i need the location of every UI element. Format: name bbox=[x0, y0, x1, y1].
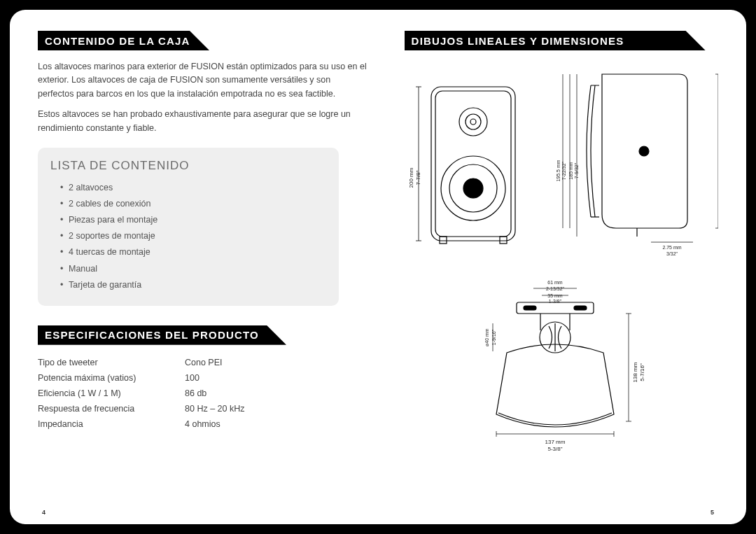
specs-section: ESPECIFICACIONES DEL PRODUCTO Tipo de tw… bbox=[38, 325, 385, 432]
heading-drawings: DIBUJOS LINEALES Y DIMENSIONES bbox=[405, 31, 718, 50]
table-row: Impedancia4 ohmios bbox=[38, 416, 244, 432]
dim-top-d-in: 5-7/16" bbox=[639, 363, 645, 381]
svg-rect-1 bbox=[435, 91, 511, 237]
list-item: 4 tuercas de montaje bbox=[60, 244, 326, 260]
contents-list-title: LISTA DE CONTENIDO bbox=[50, 159, 326, 173]
svg-point-4 bbox=[470, 119, 476, 125]
spec-val: 100 bbox=[185, 370, 244, 386]
table-row: Eficiencia (1 W / 1 M)86 db bbox=[38, 386, 244, 401]
intro-paragraph-1: Los altavoces marinos para exterior de F… bbox=[38, 60, 367, 101]
dim-side-h-in: 7-22/32" bbox=[561, 161, 566, 180]
svg-point-15 bbox=[639, 146, 649, 156]
contents-list: 2 altavoces 2 cables de conexión Piezas … bbox=[50, 180, 326, 293]
drawing-top-view: 61 mm 2-13/32" 35 mm 1-3/8" ⌀40 mm 1-9/1… bbox=[456, 274, 666, 456]
dim-side-h-mm: 195.5 mm bbox=[556, 160, 561, 181]
svg-point-7 bbox=[463, 178, 483, 198]
list-item: Tarjeta de garantía bbox=[60, 277, 326, 293]
svg-point-2 bbox=[459, 108, 487, 136]
dim-top-d-mm: 138 mm bbox=[632, 362, 638, 382]
list-item: Manual bbox=[60, 261, 326, 277]
heading-specs: ESPECIFICACIONES DEL PRODUCTO bbox=[38, 325, 385, 345]
drawings-row-top: 61 mm 2-13/32" 35 mm 1-3/8" ⌀40 mm 1-9/1… bbox=[405, 274, 718, 456]
drawings-row-front-side: 200 mm 7-7/8" bbox=[405, 66, 718, 262]
svg-rect-25 bbox=[524, 306, 536, 310]
dim-front-height-mm: 200 mm bbox=[408, 167, 414, 188]
dim-top-slot-in: 2-13/32" bbox=[546, 286, 565, 291]
list-item: Piezas para el montaje bbox=[60, 212, 326, 228]
heading-box-contents: CONTENIDO DE LA CAJA bbox=[38, 31, 385, 50]
heading-drawings-label: DIBUJOS LINEALES Y DIMENSIONES bbox=[405, 35, 624, 47]
drawing-front-view: 200 mm 7-7/8" bbox=[405, 80, 525, 262]
svg-rect-8 bbox=[440, 237, 447, 244]
table-row: Respuesta de frecuencia80 Hz – 20 kHz bbox=[38, 401, 244, 416]
intro-paragraph-2: Estos altavoces se han probado exhaustiv… bbox=[38, 108, 367, 135]
svg-rect-0 bbox=[431, 87, 515, 241]
right-column: DIBUJOS LINEALES Y DIMENSIONES bbox=[405, 31, 718, 507]
dim-top-w-mm: 137 mm bbox=[545, 439, 565, 445]
dim-knob-dia-in: 1-9/16" bbox=[491, 329, 496, 345]
page-number-right: 5 bbox=[710, 509, 714, 516]
dim-top-slot2-mm: 35 mm bbox=[547, 293, 563, 298]
heading-specs-label: ESPECIFICACIONES DEL PRODUCTO bbox=[38, 329, 259, 341]
dim-knob-dia-mm: ⌀40 mm bbox=[484, 328, 489, 346]
dim-top-slot2-in: 1-3/8" bbox=[549, 299, 562, 304]
table-row: Tipo de tweeterCono PEI bbox=[38, 355, 244, 370]
dim-side-depth-mm: 185 mm bbox=[568, 162, 573, 179]
list-item: 2 altavoces bbox=[60, 180, 326, 196]
spec-val: 80 Hz – 20 kHz bbox=[185, 401, 244, 416]
spec-key: Respuesta de frecuencia bbox=[38, 401, 185, 416]
spec-val: Cono PEI bbox=[185, 355, 244, 370]
spec-key: Eficiencia (1 W / 1 M) bbox=[38, 386, 185, 401]
spec-key: Impedancia bbox=[38, 416, 185, 432]
spec-key: Potencia máxima (vatios) bbox=[38, 370, 185, 386]
drawing-side-view: 195.5 mm 7-22/32" 185 mm 7-9/32" 200 mm … bbox=[553, 66, 718, 262]
dim-bracket-gap-in: 3/32" bbox=[666, 251, 678, 256]
left-column: CONTENIDO DE LA CAJA Los altavoces marin… bbox=[38, 31, 385, 507]
svg-rect-26 bbox=[574, 306, 587, 310]
spec-key: Tipo de tweeter bbox=[38, 355, 185, 370]
dim-top-slot-mm: 61 mm bbox=[547, 280, 563, 285]
page-number-left: 4 bbox=[42, 509, 46, 516]
specs-table: Tipo de tweeterCono PEI Potencia máxima … bbox=[38, 355, 244, 432]
table-row: Potencia máxima (vatios)100 bbox=[38, 370, 244, 386]
contents-list-card: LISTA DE CONTENIDO 2 altavoces 2 cables … bbox=[38, 148, 339, 306]
dim-side-depth-in: 7-9/32" bbox=[574, 162, 579, 178]
list-item: 2 soportes de montaje bbox=[60, 228, 326, 244]
spec-val: 86 db bbox=[185, 386, 244, 401]
dim-front-height-in: 7-7/8" bbox=[415, 170, 421, 185]
svg-point-3 bbox=[465, 114, 481, 129]
heading-box-contents-label: CONTENIDO DE LA CAJA bbox=[38, 35, 190, 47]
list-item: 2 cables de conexión bbox=[60, 196, 326, 212]
dim-top-w-in: 5-3/8" bbox=[547, 446, 562, 452]
svg-rect-9 bbox=[500, 237, 507, 244]
page-frame: CONTENIDO DE LA CAJA Los altavoces marin… bbox=[0, 0, 756, 534]
paper-sheet: CONTENIDO DE LA CAJA Los altavoces marin… bbox=[10, 10, 746, 524]
dim-bracket-gap-mm: 2.75 mm bbox=[662, 245, 681, 250]
drawings-area: 200 mm 7-7/8" bbox=[405, 66, 718, 456]
spec-val: 4 ohmios bbox=[185, 416, 244, 432]
page-content: CONTENIDO DE LA CAJA Los altavoces marin… bbox=[10, 10, 746, 524]
